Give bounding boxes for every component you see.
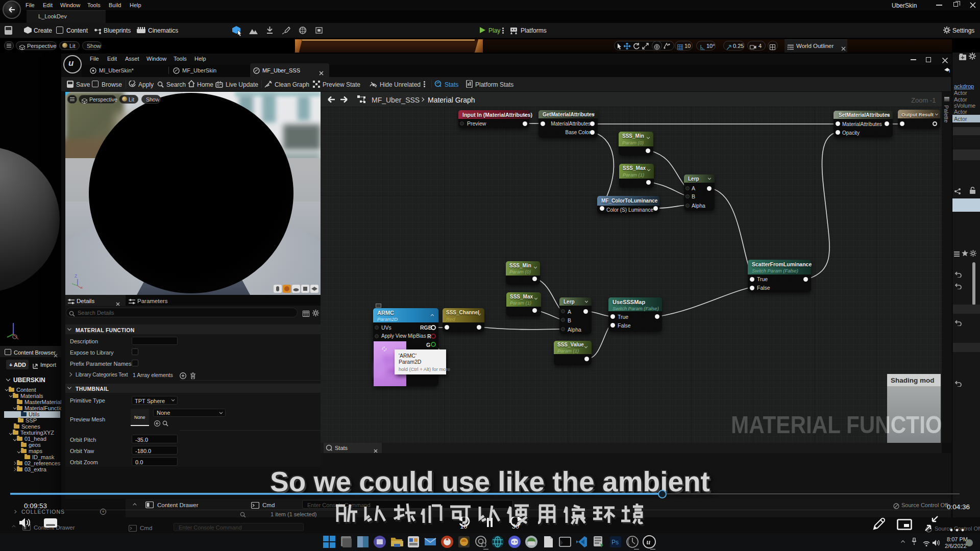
svg-text:10: 10	[460, 523, 468, 530]
svg-text:Z: Z	[75, 273, 78, 279]
svg-text:Ps: Ps	[611, 539, 619, 546]
svg-text:x: x	[81, 285, 83, 290]
svg-text:30: 30	[512, 523, 519, 530]
svg-text:u: u	[647, 538, 651, 546]
